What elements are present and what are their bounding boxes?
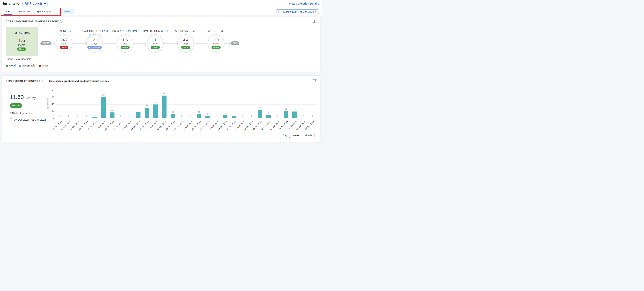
stage-unit: Days — [61, 42, 67, 45]
bar-slot: 0 — [212, 91, 221, 118]
deployment-bar[interactable] — [292, 112, 297, 118]
flow-start-node: START — [40, 41, 51, 45]
clipped-top-content — [54, 0, 68, 1]
view-collection-details-link[interactable]: View Collection Details — [289, 2, 319, 5]
bar-value-label: 0 — [299, 115, 308, 117]
stage-circle-approval-time: 4.4DaysGood — [177, 34, 194, 53]
bar-slot: 0 — [116, 91, 125, 118]
bar-slot: 29 — [142, 91, 151, 118]
stage-name: APPROVAL TIME — [170, 29, 202, 33]
bar-slot: 8 — [221, 91, 230, 118]
deployment-bar[interactable] — [110, 112, 114, 118]
widget-settings-icon[interactable] — [313, 20, 316, 23]
stage-value: 1.6 — [122, 38, 128, 42]
deployments-total: 348 deployments — [10, 112, 32, 115]
granularity-day-button[interactable]: Day — [280, 133, 290, 138]
flow-arrow-icon — [53, 42, 56, 45]
bar-value-label: 0 — [247, 115, 256, 117]
bar-value-label: 0 — [73, 115, 82, 117]
bar-value-label: 19 — [290, 108, 299, 111]
deployment-bar[interactable] — [206, 116, 210, 118]
bar-slot: 40 — [151, 91, 160, 118]
bar-slot: 6 — [204, 91, 212, 118]
deployment-rate: 11.60 Per Day — [10, 94, 36, 100]
bar-value-label: 7 — [230, 113, 238, 115]
bar-value-label: 0 — [238, 115, 247, 117]
legend-swatch — [39, 65, 41, 67]
deployment-bar[interactable] — [101, 97, 106, 118]
deployment-bar[interactable] — [197, 114, 202, 118]
deployment-bar[interactable] — [232, 116, 236, 118]
product-selector-value: All Products — [25, 2, 42, 5]
deployment-bar[interactable] — [266, 115, 271, 118]
page-title: Insights for — [3, 2, 21, 6]
total-time-badge: Good — [17, 48, 26, 51]
y-tick-label: 60 — [48, 96, 54, 99]
lead-time-card: DORA LEAD TIME FOR CHANGES REPORT i TOTA… — [2, 17, 320, 72]
deployment-bar[interactable] — [284, 111, 288, 118]
bar-value-label: 2 — [90, 114, 99, 116]
bar-value-label: 0 — [308, 115, 316, 117]
bar-slot: 11 — [168, 91, 177, 118]
deployment-bar[interactable] — [154, 105, 158, 118]
deployment-bar[interactable] — [162, 96, 166, 118]
widget-settings-icon[interactable] — [313, 79, 316, 82]
deployment-rate-value: 11.60 — [10, 94, 24, 100]
bar-slot: 0 — [177, 91, 186, 118]
granularity-week-button[interactable]: Week — [290, 133, 302, 138]
stage-circle-backlog: 24.7DaysSlow — [56, 34, 72, 53]
show-dropdown[interactable]: Show: Average time — [6, 58, 46, 60]
bar-value-label: 12 — [195, 111, 204, 113]
stage-value: 4.4 — [183, 38, 188, 42]
top-header: Insights for All Products View Collectio… — [0, 0, 322, 8]
bar-slot: 0 — [273, 91, 282, 118]
y-tick-label: 20 — [48, 110, 54, 112]
lead-time-legend: GoodAcceptableSlow — [6, 64, 48, 67]
stage-badge: Good — [212, 46, 220, 49]
bar-slot: 7 — [230, 91, 238, 118]
info-icon[interactable]: i — [42, 80, 44, 82]
stage-badge: Good — [151, 46, 160, 49]
granularity-toggle: DayWeekMonth — [280, 133, 314, 138]
deployment-bar[interactable] — [258, 110, 262, 118]
legend-swatch — [6, 65, 8, 67]
bar-value-label: 62 — [99, 94, 108, 96]
deployment-bar[interactable] — [136, 112, 140, 118]
stage-unit: Days — [183, 42, 188, 45]
stage-value: 1 — [154, 38, 156, 42]
bar-value-label: 0 — [64, 115, 73, 117]
deployment-bar[interactable] — [145, 108, 149, 118]
flow-arrow-icon — [83, 42, 86, 45]
legend-item-slow: Slow — [39, 64, 48, 67]
tab-dora[interactable]: DORA — [4, 8, 12, 15]
deploy-card-title: DEPLOYMENT FREQUENCY — [6, 80, 40, 82]
granularity-month-button[interactable]: Month — [302, 133, 314, 138]
stage-unit: Day — [123, 42, 127, 45]
deploy-card-title-row: DEPLOYMENT FREQUENCY i — [6, 80, 44, 82]
tab-sprint-insights[interactable]: Sprint Insights — [37, 8, 52, 15]
bar-slot: 0 — [73, 91, 82, 118]
info-icon[interactable]: i — [60, 20, 62, 23]
deployment-frequency-card: DEPLOYMENT FREQUENCY i Time series graph… — [2, 75, 320, 142]
y-tick-label: 0 — [48, 116, 54, 119]
deployment-bar[interactable] — [92, 117, 97, 118]
tab-dev-insights[interactable]: Dev Insights — [18, 8, 30, 15]
stage-value: 3.9 — [214, 38, 219, 42]
bar-value-label: 17 — [134, 109, 142, 112]
bar-value-label: 23 — [256, 107, 264, 109]
deployment-bar[interactable] — [171, 114, 175, 118]
bar-value-label: 8 — [221, 112, 230, 115]
bar-slot: 0 — [56, 91, 64, 118]
stage-name: PR CREATION TIME — [109, 29, 141, 33]
bar-slot: 21 — [282, 91, 290, 118]
date-range-picker[interactable]: 07 Dec 2024 - 05 Jan 2025 — [276, 9, 319, 14]
flow-arrow-icon — [174, 42, 177, 45]
product-selector-dropdown[interactable]: All Products — [22, 1, 48, 7]
tabs-more-button[interactable]: +3 more — [58, 9, 74, 14]
stage-badge: Acceptable — [87, 46, 102, 49]
bar-value-label: 29 — [142, 105, 151, 107]
show-value: Average time — [16, 58, 31, 60]
bar-value-label: 0 — [186, 115, 195, 117]
stage-circle-time-to-comment: 1DayGood — [147, 34, 164, 53]
deployment-bar[interactable] — [223, 115, 228, 118]
